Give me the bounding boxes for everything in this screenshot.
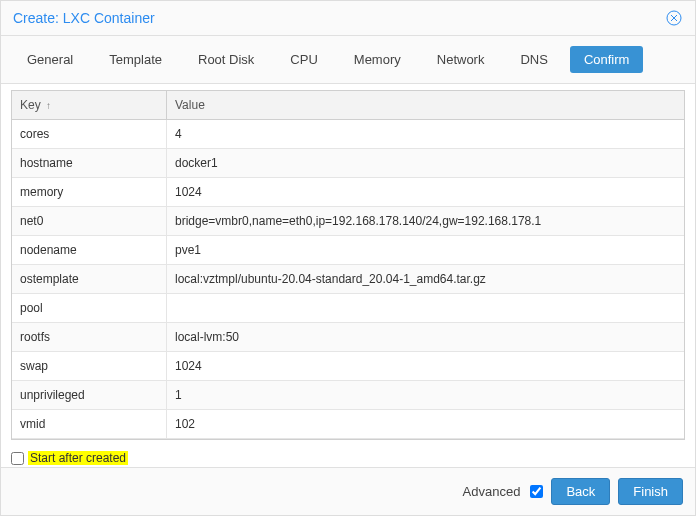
- cell-value: 102: [167, 410, 684, 438]
- sort-ascending-icon: ↑: [46, 100, 51, 111]
- cell-key: cores: [12, 120, 167, 148]
- tab-template[interactable]: Template: [95, 46, 176, 73]
- table-row[interactable]: vmid102: [12, 410, 684, 439]
- cell-value: bridge=vmbr0,name=eth0,ip=192.168.178.14…: [167, 207, 684, 235]
- table-row[interactable]: ostemplatelocal:vztmpl/ubuntu-20.04-stan…: [12, 265, 684, 294]
- tab-general[interactable]: General: [13, 46, 87, 73]
- cell-value: docker1: [167, 149, 684, 177]
- table-row[interactable]: memory1024: [12, 178, 684, 207]
- cell-value: local:vztmpl/ubuntu-20.04-standard_20.04…: [167, 265, 684, 293]
- confirm-panel: Key ↑ Value cores4hostnamedocker1memory1…: [1, 84, 695, 447]
- cell-value: [167, 294, 684, 322]
- tab-network[interactable]: Network: [423, 46, 499, 73]
- table-row[interactable]: pool: [12, 294, 684, 323]
- cell-value: local-lvm:50: [167, 323, 684, 351]
- advanced-checkbox[interactable]: [530, 485, 543, 498]
- table-row[interactable]: net0bridge=vmbr0,name=eth0,ip=192.168.17…: [12, 207, 684, 236]
- cell-key: pool: [12, 294, 167, 322]
- column-header-key[interactable]: Key ↑: [12, 91, 167, 119]
- cell-key: nodename: [12, 236, 167, 264]
- footer-options: Start after created: [1, 447, 695, 467]
- tab-confirm[interactable]: Confirm: [570, 46, 644, 73]
- cell-key: vmid: [12, 410, 167, 438]
- advanced-label: Advanced: [463, 484, 521, 499]
- cell-value: 4: [167, 120, 684, 148]
- tab-root-disk[interactable]: Root Disk: [184, 46, 268, 73]
- wizard-tabs: GeneralTemplateRoot DiskCPUMemoryNetwork…: [1, 36, 695, 84]
- cell-key: memory: [12, 178, 167, 206]
- table-row[interactable]: swap1024: [12, 352, 684, 381]
- table-row[interactable]: rootfslocal-lvm:50: [12, 323, 684, 352]
- table-row[interactable]: nodenamepve1: [12, 236, 684, 265]
- tab-memory[interactable]: Memory: [340, 46, 415, 73]
- tab-cpu[interactable]: CPU: [276, 46, 331, 73]
- cell-key: hostname: [12, 149, 167, 177]
- cell-value: pve1: [167, 236, 684, 264]
- footer-buttons: Advanced Back Finish: [1, 467, 695, 515]
- column-header-value[interactable]: Value: [167, 91, 684, 119]
- cell-key: swap: [12, 352, 167, 380]
- tab-dns[interactable]: DNS: [506, 46, 561, 73]
- start-after-created-checkbox[interactable]: [11, 452, 24, 465]
- cell-key: net0: [12, 207, 167, 235]
- cell-key: rootfs: [12, 323, 167, 351]
- dialog-title: Create: LXC Container: [13, 10, 155, 26]
- create-container-dialog: Create: LXC Container GeneralTemplateRoo…: [0, 0, 696, 516]
- column-header-value-label: Value: [175, 98, 205, 112]
- table-row[interactable]: hostnamedocker1: [12, 149, 684, 178]
- dialog-titlebar: Create: LXC Container: [1, 1, 695, 36]
- cell-value: 1024: [167, 352, 684, 380]
- back-button[interactable]: Back: [551, 478, 610, 505]
- close-icon[interactable]: [665, 9, 683, 27]
- column-header-key-label: Key: [20, 98, 41, 112]
- cell-value: 1: [167, 381, 684, 409]
- summary-grid: Key ↑ Value cores4hostnamedocker1memory1…: [11, 90, 685, 440]
- grid-body: cores4hostnamedocker1memory1024net0bridg…: [12, 120, 684, 439]
- table-row[interactable]: unprivileged1: [12, 381, 684, 410]
- grid-header: Key ↑ Value: [12, 91, 684, 120]
- cell-key: unprivileged: [12, 381, 167, 409]
- start-after-created-label: Start after created: [28, 451, 128, 465]
- cell-key: ostemplate: [12, 265, 167, 293]
- cell-value: 1024: [167, 178, 684, 206]
- finish-button[interactable]: Finish: [618, 478, 683, 505]
- table-row[interactable]: cores4: [12, 120, 684, 149]
